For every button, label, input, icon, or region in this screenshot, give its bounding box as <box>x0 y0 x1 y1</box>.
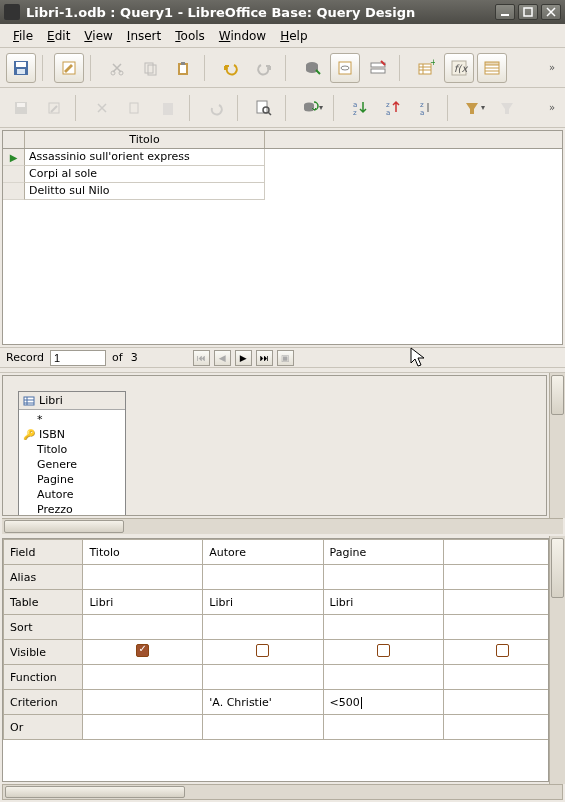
qgrid-cell[interactable] <box>323 715 443 740</box>
qgrid-cell[interactable]: Pagine <box>323 540 443 565</box>
nav-first-button[interactable]: ⏮ <box>193 350 210 366</box>
qgrid-cell[interactable] <box>443 565 549 590</box>
cell[interactable]: Assassinio sull'orient express <box>25 149 265 166</box>
qgrid-cell[interactable] <box>83 665 203 690</box>
qgrid-cell[interactable]: 'A. Christie' <box>203 690 323 715</box>
functions-button[interactable]: f(x) <box>444 53 474 83</box>
minimize-button[interactable] <box>495 4 515 20</box>
qgrid-cell[interactable] <box>443 615 549 640</box>
datagrid-body[interactable]: ▶ Assassinio sull'orient express Corpi a… <box>3 149 562 344</box>
qgrid-cell[interactable]: Autore <box>203 540 323 565</box>
record-number-input[interactable] <box>50 350 106 366</box>
scrollbar-thumb[interactable] <box>5 786 185 798</box>
menu-file[interactable]: File <box>6 27 40 45</box>
menu-view[interactable]: View <box>77 27 119 45</box>
vertical-scrollbar[interactable] <box>549 536 565 784</box>
toolbar-overflow-2[interactable]: » <box>545 102 559 113</box>
horizontal-scrollbar-bottom[interactable] <box>2 784 563 800</box>
nav-new-button[interactable]: ▣ <box>277 350 294 366</box>
qgrid-cell[interactable] <box>203 640 323 665</box>
qgrid-cell[interactable] <box>323 615 443 640</box>
menu-window[interactable]: Window <box>212 27 273 45</box>
table-box-title[interactable]: Libri <box>19 392 125 410</box>
query-design-grid[interactable]: Field Titolo Autore Pagine Alias Table L… <box>2 538 549 782</box>
cell[interactable]: Delitto sul Nilo <box>25 183 265 200</box>
clear-query-button[interactable] <box>330 53 360 83</box>
field-item[interactable]: Prezzo <box>23 502 121 516</box>
menu-edit[interactable]: Edit <box>40 27 77 45</box>
qgrid-cell[interactable] <box>203 615 323 640</box>
close-button[interactable] <box>541 4 561 20</box>
qgrid-cell[interactable] <box>443 690 549 715</box>
column-header-titolo[interactable]: Titolo <box>25 131 265 148</box>
nav-last-button[interactable]: ⏭ <box>256 350 273 366</box>
table-box-libri[interactable]: Libri * 🔑ISBN Titolo Genere Pagine Autor… <box>18 391 126 516</box>
nav-prev-button[interactable]: ◀ <box>214 350 231 366</box>
visible-checkbox[interactable] <box>496 644 509 657</box>
qgrid-cell[interactable] <box>83 565 203 590</box>
table-name-button[interactable] <box>477 53 507 83</box>
row-handle[interactable]: ▶ <box>3 149 25 166</box>
sort-asc-button[interactable]: az <box>345 93 375 123</box>
qgrid-cell[interactable] <box>203 565 323 590</box>
visible-checkbox[interactable] <box>136 644 149 657</box>
qgrid-cell[interactable] <box>323 640 443 665</box>
maximize-button[interactable] <box>518 4 538 20</box>
qgrid-cell[interactable] <box>443 640 549 665</box>
table-canvas[interactable]: Libri * 🔑ISBN Titolo Genere Pagine Autor… <box>2 375 547 516</box>
table-row[interactable]: ▶ Assassinio sull'orient express <box>3 149 562 166</box>
row-handle[interactable] <box>3 166 25 183</box>
field-item[interactable]: Pagine <box>23 472 121 487</box>
qgrid-cell[interactable]: Libri <box>203 590 323 615</box>
field-item[interactable]: Autore <box>23 487 121 502</box>
sort-desc-button[interactable]: za <box>378 93 408 123</box>
horizontal-scrollbar[interactable] <box>2 518 563 534</box>
select-all-handle[interactable] <box>3 131 25 148</box>
add-table-button[interactable]: + <box>411 53 441 83</box>
qgrid-cell[interactable] <box>323 565 443 590</box>
qgrid-cell[interactable]: <500 <box>323 690 443 715</box>
qgrid-cell[interactable] <box>83 640 203 665</box>
nav-next-button[interactable]: ▶ <box>235 350 252 366</box>
qgrid-cell[interactable] <box>83 690 203 715</box>
menu-tools[interactable]: Tools <box>168 27 212 45</box>
qgrid-cell[interactable] <box>323 665 443 690</box>
qgrid-cell[interactable]: Titolo <box>83 540 203 565</box>
scrollbar-thumb[interactable] <box>551 375 564 415</box>
undo-button[interactable] <box>216 53 246 83</box>
qgrid-cell[interactable] <box>203 665 323 690</box>
field-item[interactable]: Genere <box>23 457 121 472</box>
visible-checkbox[interactable] <box>377 644 390 657</box>
save-button[interactable] <box>6 53 36 83</box>
paste-button[interactable] <box>168 53 198 83</box>
refresh-button[interactable]: ▾ <box>297 93 327 123</box>
menu-insert[interactable]: Insert <box>120 27 168 45</box>
qgrid-cell[interactable] <box>443 715 549 740</box>
sort-button[interactable]: za <box>411 93 441 123</box>
menu-help[interactable]: Help <box>273 27 314 45</box>
table-row[interactable]: Delitto sul Nilo <box>3 183 562 200</box>
qgrid-cell[interactable] <box>203 715 323 740</box>
edit-button[interactable] <box>54 53 84 83</box>
qgrid-cell[interactable] <box>83 715 203 740</box>
qgrid-cell[interactable] <box>83 615 203 640</box>
cell[interactable]: Corpi al sole <box>25 166 265 183</box>
visible-checkbox[interactable] <box>256 644 269 657</box>
field-item[interactable]: 🔑ISBN <box>23 427 121 442</box>
field-item[interactable]: * <box>23 412 121 427</box>
autofilter-button[interactable]: ▾ <box>459 93 489 123</box>
design-view-toggle[interactable] <box>363 53 393 83</box>
scrollbar-thumb[interactable] <box>4 520 124 533</box>
row-handle[interactable] <box>3 183 25 200</box>
qgrid-cell[interactable] <box>443 590 549 615</box>
qgrid-cell[interactable]: Libri <box>83 590 203 615</box>
scrollbar-thumb[interactable] <box>551 538 564 598</box>
run-query-button[interactable] <box>297 53 327 83</box>
field-item[interactable]: Titolo <box>23 442 121 457</box>
qgrid-cell[interactable] <box>443 665 549 690</box>
vertical-scrollbar[interactable] <box>549 373 565 518</box>
find-record-button[interactable] <box>249 93 279 123</box>
qgrid-cell[interactable]: Libri <box>323 590 443 615</box>
toolbar-overflow[interactable]: » <box>545 62 559 73</box>
qgrid-cell[interactable] <box>443 540 549 565</box>
